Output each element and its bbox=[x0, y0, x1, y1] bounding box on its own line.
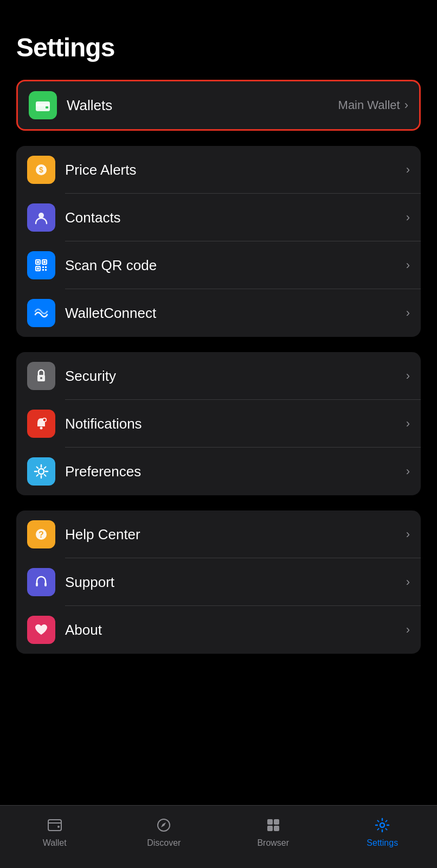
tab-discover[interactable]: Discover bbox=[110, 815, 219, 848]
svg-point-34 bbox=[380, 823, 384, 827]
svg-marker-29 bbox=[161, 822, 166, 827]
section-group-1: $ Price Alerts › Contacts › bbox=[16, 146, 421, 337]
wallet-connect-row[interactable]: WalletConnect › bbox=[16, 289, 421, 337]
svg-rect-26 bbox=[44, 583, 47, 586]
about-icon bbox=[27, 616, 55, 644]
about-label: About bbox=[65, 622, 406, 639]
svg-text:?: ? bbox=[38, 530, 44, 539]
help-center-icon: ? bbox=[27, 520, 55, 548]
preferences-icon bbox=[27, 457, 55, 486]
content-area: Settings Wallets Main Wallet › bbox=[0, 0, 437, 805]
page-title: Settings bbox=[16, 33, 421, 62]
wallet-connect-icon bbox=[27, 299, 55, 327]
contacts-icon bbox=[27, 203, 55, 232]
about-chevron: › bbox=[406, 623, 410, 637]
svg-rect-30 bbox=[267, 819, 273, 825]
browser-tab-label: Browser bbox=[257, 838, 289, 848]
support-label: Support bbox=[65, 574, 406, 591]
tab-wallet[interactable]: Wallet bbox=[0, 815, 110, 848]
security-icon bbox=[27, 362, 55, 390]
svg-rect-14 bbox=[42, 269, 44, 271]
svg-point-5 bbox=[38, 213, 44, 218]
wallets-label: Wallets bbox=[67, 97, 338, 114]
settings-tab-label: Settings bbox=[367, 838, 398, 848]
browser-tab-icon bbox=[264, 815, 283, 835]
notifications-chevron: › bbox=[406, 417, 410, 431]
scan-qr-row[interactable]: Scan QR code › bbox=[16, 241, 421, 289]
security-chevron: › bbox=[406, 369, 410, 383]
svg-rect-1 bbox=[36, 104, 50, 106]
wallet-connect-label: WalletConnect bbox=[65, 305, 406, 322]
security-row[interactable]: Security › bbox=[16, 352, 421, 400]
svg-rect-11 bbox=[37, 267, 39, 270]
wallets-chevron: › bbox=[404, 98, 408, 112]
support-row[interactable]: Support › bbox=[16, 558, 421, 606]
wallet-tab-icon bbox=[45, 815, 65, 835]
svg-point-27 bbox=[57, 826, 60, 828]
settings-page: Settings Wallets Main Wallet › bbox=[0, 0, 437, 868]
support-icon bbox=[27, 568, 55, 596]
svg-rect-2 bbox=[46, 106, 48, 108]
wallets-row[interactable]: Wallets Main Wallet › bbox=[16, 80, 421, 131]
contacts-chevron: › bbox=[406, 210, 410, 225]
scan-qr-label: Scan QR code bbox=[65, 257, 406, 274]
wallets-value: Main Wallet bbox=[338, 98, 400, 112]
svg-point-22 bbox=[38, 469, 44, 474]
preferences-label: Preferences bbox=[65, 463, 406, 480]
help-center-label: Help Center bbox=[65, 526, 406, 543]
contacts-label: Contacts bbox=[65, 209, 406, 226]
help-center-chevron: › bbox=[406, 527, 410, 541]
svg-rect-25 bbox=[36, 583, 38, 586]
svg-point-17 bbox=[40, 377, 42, 379]
notifications-row[interactable]: Notifications › bbox=[16, 400, 421, 448]
tab-bar: Wallet Discover Browser bbox=[0, 805, 437, 868]
price-alerts-icon: $ bbox=[27, 156, 55, 184]
svg-rect-31 bbox=[274, 819, 279, 825]
support-chevron: › bbox=[406, 575, 410, 589]
settings-tab-icon bbox=[372, 815, 392, 835]
tab-settings[interactable]: Settings bbox=[328, 815, 438, 848]
svg-point-21 bbox=[43, 419, 46, 422]
svg-rect-10 bbox=[43, 261, 46, 263]
svg-rect-32 bbox=[267, 826, 273, 831]
svg-text:$: $ bbox=[39, 165, 43, 174]
scan-qr-chevron: › bbox=[406, 258, 410, 272]
svg-rect-12 bbox=[42, 266, 44, 268]
wallet-tab-label: Wallet bbox=[43, 838, 67, 848]
svg-point-19 bbox=[40, 427, 43, 430]
security-label: Security bbox=[65, 368, 406, 385]
notifications-label: Notifications bbox=[65, 416, 406, 432]
preferences-chevron: › bbox=[406, 464, 410, 478]
price-alerts-row[interactable]: $ Price Alerts › bbox=[16, 146, 421, 194]
price-alerts-chevron: › bbox=[406, 163, 410, 177]
price-alerts-label: Price Alerts bbox=[65, 162, 406, 178]
scan-qr-icon bbox=[27, 251, 55, 279]
section-group-2: Security › Notifications › bbox=[16, 352, 421, 495]
discover-tab-label: Discover bbox=[147, 838, 181, 848]
contacts-row[interactable]: Contacts › bbox=[16, 194, 421, 241]
notifications-icon bbox=[27, 410, 55, 438]
svg-rect-33 bbox=[274, 826, 279, 831]
wallet-connect-chevron: › bbox=[406, 306, 410, 320]
help-center-row[interactable]: ? Help Center › bbox=[16, 510, 421, 558]
tab-browser[interactable]: Browser bbox=[218, 815, 328, 848]
svg-rect-9 bbox=[37, 261, 39, 263]
about-row[interactable]: About › bbox=[16, 606, 421, 654]
wallets-icon bbox=[29, 91, 57, 119]
svg-rect-13 bbox=[45, 266, 47, 268]
discover-tab-icon bbox=[154, 815, 173, 835]
svg-rect-15 bbox=[45, 269, 47, 271]
preferences-row[interactable]: Preferences › bbox=[16, 448, 421, 495]
section-group-3: ? Help Center › Support › bbox=[16, 510, 421, 654]
